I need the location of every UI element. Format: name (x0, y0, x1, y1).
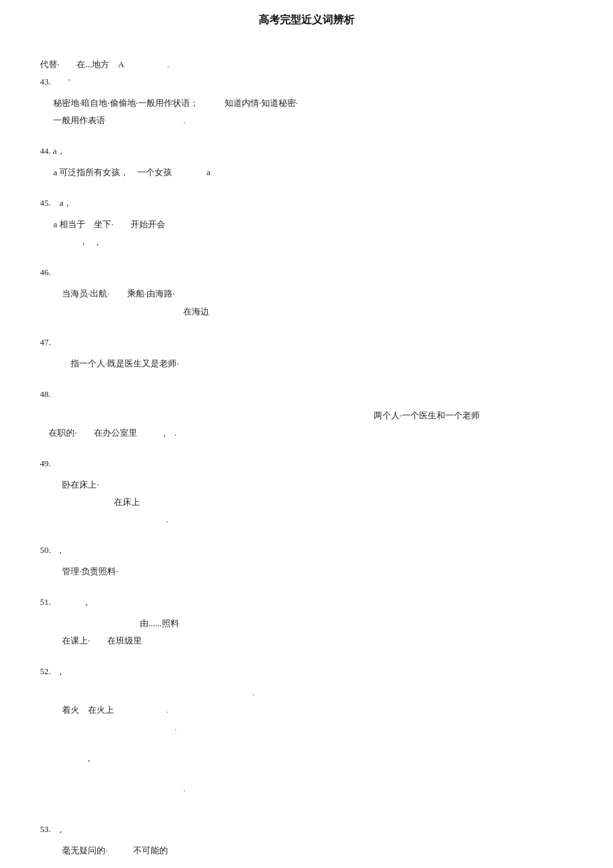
s45-num: 45. a， (40, 195, 573, 211)
intro-line-2: 43. ' (40, 74, 573, 90)
page-container: 高考完型近义词辨析 代替· 在...地方 A . 43. ' 秘密地·暗自地·偷… (40, 13, 573, 868)
s51-line1: 由......照料 (53, 616, 573, 632)
section-50-num: 50. , (40, 542, 573, 558)
section-48: 两个人·一个医生和一个老师 在职的· 在办公室里 , . (40, 408, 573, 441)
s49-line3: . (53, 512, 573, 528)
s50-num: 50. , (40, 542, 573, 558)
section-52-cont: , (53, 750, 573, 766)
s45-line1: a 相当于 坐下· 开始开会 (53, 217, 573, 232)
section-49-num: 49. (40, 456, 573, 472)
section-51-num: 51. , (40, 594, 573, 610)
s48-line3: 在职的· 在办公室里 , . (40, 425, 573, 441)
s49-line1: 卧在床上· (53, 477, 573, 493)
s53-line1: 毫无疑问的· 不可能的 (53, 843, 573, 859)
intro-line-1: 代替· 在...地方 A . (40, 57, 573, 73)
s46-num: 46. (40, 264, 573, 280)
section-52-num: 52. , (40, 663, 573, 679)
section-47-num: 47. (40, 334, 573, 350)
s52-dot-line: . (53, 781, 573, 797)
s51-num: 51. , (40, 594, 573, 610)
s44-num: 44. a， (40, 143, 573, 159)
s52-line1: . (53, 685, 573, 701)
section-46-num: 46. (40, 264, 573, 280)
s44-line1: a 可泛指所有女孩， 一个女孩 a (53, 165, 573, 181)
s47-line1: 指一个人·既是医生又是老师· (53, 356, 573, 372)
s51-line2: 在课上· 在班级里 (53, 633, 573, 649)
section-53-num: 53. , (40, 821, 573, 837)
s48-line1: 两个人·一个医生和一个老师 (40, 408, 573, 424)
section-50: 管理·负责照料· (53, 564, 573, 580)
section-47: 指一个人·既是医生又是老师· (53, 356, 573, 372)
page-title: 高考完型近义词辨析 (40, 13, 573, 27)
s53-num: 53. , (40, 821, 573, 837)
s43-line1: 秘密地·暗自地·偷偷地·一般用作状语； 知道内情·知道秘密· (53, 95, 573, 111)
section-43: 秘密地·暗自地·偷偷地·一般用作状语； 知道内情·知道秘密· 一般用作表语 . (53, 95, 573, 129)
section-51: 由......照料 在课上· 在班级里 (53, 616, 573, 649)
section-49: 卧在床上· 在床上 . (53, 477, 573, 528)
section-44: a 可泛指所有女孩， 一个女孩 a (53, 165, 573, 181)
s52-line3: . (53, 719, 573, 735)
section-52: . 着火 在火上 . . (53, 685, 573, 735)
s46-line1: 当海员·出航· 乘船·由海路· (53, 286, 573, 302)
s46-line2: 在海边 (53, 304, 573, 320)
s48-num: 48. (40, 386, 573, 402)
section-45-num: 45. a， (40, 195, 573, 211)
s52-num: 52. , (40, 663, 573, 679)
s45-line2: ， , (53, 234, 573, 250)
section-44-num: 44. a， (40, 143, 573, 159)
section-48-num: 48. (40, 386, 573, 402)
s52-comma: , (53, 750, 573, 766)
s49-line2: 在床上 (53, 494, 573, 510)
intro-section: 代替· 在...地方 A . 43. ' (40, 57, 573, 90)
section-53: 毫无疑问的· 不可能的 (53, 843, 573, 859)
section-45: a 相当于 坐下· 开始开会 ， , (53, 217, 573, 250)
s50-line1: 管理·负责照料· (53, 564, 573, 580)
s52-line2: 着火 在火上 . (53, 702, 573, 718)
s47-num: 47. (40, 334, 573, 350)
s43-line2: 一般用作表语 . (53, 113, 573, 129)
section-46: 当海员·出航· 乘船·由海路· 在海边 (53, 286, 573, 319)
s49-num: 49. (40, 456, 573, 472)
section-52-dot: . (53, 781, 573, 797)
